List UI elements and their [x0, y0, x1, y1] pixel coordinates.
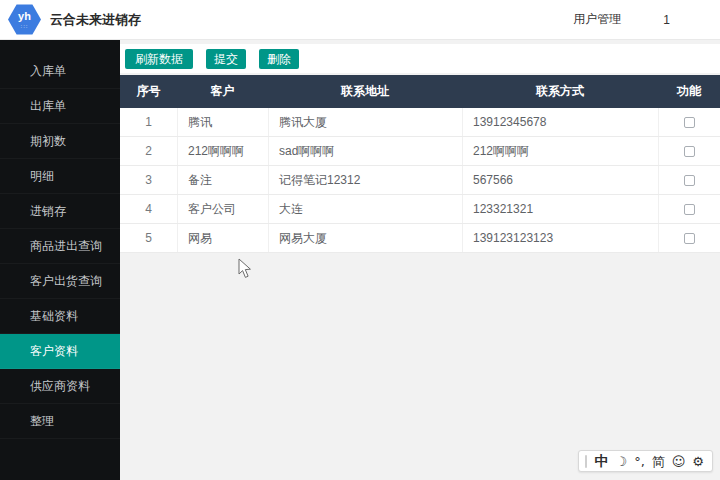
refresh-data-button[interactable]: 刷新数据: [125, 49, 193, 69]
cell-customer: 腾讯: [177, 108, 268, 136]
table-row: 5 网易 网易大厦 139123123123: [120, 224, 720, 253]
cell-index: 1: [120, 108, 177, 136]
cell-contact: 567566: [462, 166, 658, 194]
logo-dots: :::: [20, 23, 28, 29]
row-checkbox[interactable]: [684, 117, 695, 128]
cell-contact: 212啊啊啊: [462, 137, 658, 165]
column-header-address: 联系地址: [268, 75, 462, 108]
row-checkbox[interactable]: [684, 175, 695, 186]
row-checkbox[interactable]: [684, 233, 695, 244]
nav-current-user[interactable]: 1: [663, 13, 670, 27]
ime-simplified-mode[interactable]: 简: [652, 455, 665, 468]
table-row: 3 备注 记得笔记12312 567566: [120, 166, 720, 195]
cell-customer: 网易: [177, 224, 268, 252]
cell-address: sad啊啊啊: [268, 137, 462, 165]
sidebar-item-customer-data[interactable]: 客户资料: [0, 334, 120, 369]
sidebar-item-customer-shipment-query[interactable]: 客户出货查询: [0, 264, 120, 299]
cell-address: 网易大厦: [268, 224, 462, 252]
nav-user-management[interactable]: 用户管理: [573, 11, 621, 28]
ime-drag-handle[interactable]: [585, 455, 587, 468]
sidebar-item-inventory[interactable]: 进销存: [0, 194, 120, 229]
action-toolbar: 刷新数据 提交 删除: [120, 44, 720, 73]
cell-index: 5: [120, 224, 177, 252]
moon-icon[interactable]: ☽: [615, 455, 627, 468]
cell-address: 腾讯大厦: [268, 108, 462, 136]
column-header-customer: 客户: [177, 75, 268, 108]
column-header-index: 序号: [120, 75, 177, 108]
sidebar-item-organize[interactable]: 整理: [0, 404, 120, 439]
ime-chinese-mode[interactable]: 中: [594, 454, 608, 468]
sidebar-item-supplier-data[interactable]: 供应商资料: [0, 369, 120, 404]
cell-contact: 13912345678: [462, 108, 658, 136]
row-checkbox[interactable]: [684, 146, 695, 157]
row-checkbox[interactable]: [684, 204, 695, 215]
cell-customer: 客户公司: [177, 195, 268, 223]
cell-customer: 备注: [177, 166, 268, 194]
cell-contact: 123321321: [462, 195, 658, 223]
sidebar-item-inbound-order[interactable]: 入库单: [0, 54, 120, 89]
cell-function: [658, 137, 720, 165]
column-header-function: 功能: [658, 75, 720, 108]
submit-button[interactable]: 提交: [206, 49, 246, 69]
brand: yh ::: 云合未来进销存: [0, 4, 141, 36]
main-content: 刷新数据 提交 删除 序号 客户 联系地址 联系方式 功能 1 腾讯 腾讯大厦 …: [120, 40, 720, 480]
ime-toolbar: 中 ☽ °, 简 ☺ ⚙: [578, 450, 713, 472]
delete-button[interactable]: 删除: [259, 49, 299, 69]
cell-address: 记得笔记12312: [268, 166, 462, 194]
gear-icon[interactable]: ⚙: [692, 455, 704, 468]
cell-index: 3: [120, 166, 177, 194]
cell-index: 2: [120, 137, 177, 165]
sidebar-item-goods-io-query[interactable]: 商品进出查询: [0, 229, 120, 264]
table-row: 1 腾讯 腾讯大厦 13912345678: [120, 108, 720, 137]
cell-function: [658, 166, 720, 194]
topbar-right-nav: 用户管理 1: [573, 11, 720, 28]
sidebar-item-outbound-order[interactable]: 出库单: [0, 89, 120, 124]
smiley-icon[interactable]: ☺: [672, 455, 686, 468]
customer-table: 序号 客户 联系地址 联系方式 功能 1 腾讯 腾讯大厦 13912345678…: [120, 75, 720, 253]
table-row: 2 212啊啊啊 sad啊啊啊 212啊啊啊: [120, 137, 720, 166]
sidebar-item-details[interactable]: 明细: [0, 159, 120, 194]
cell-function: [658, 108, 720, 136]
app-window: yh ::: 云合未来进销存 用户管理 1 入库单 出库单 期初数 明细 进销存…: [0, 0, 720, 480]
cell-function: [658, 195, 720, 223]
sidebar-menu: 入库单 出库单 期初数 明细 进销存 商品进出查询 客户出货查询 基础资料 客户…: [0, 40, 120, 480]
cell-address: 大连: [268, 195, 462, 223]
cell-customer: 212啊啊啊: [177, 137, 268, 165]
cell-index: 4: [120, 195, 177, 223]
logo-text: yh: [18, 11, 31, 22]
table-row: 4 客户公司 大连 123321321: [120, 195, 720, 224]
cell-function: [658, 224, 720, 252]
cell-contact: 139123123123: [462, 224, 658, 252]
ime-punctuation-mode[interactable]: °,: [634, 455, 645, 468]
page-title: 云合未来进销存: [50, 11, 141, 29]
sidebar-item-opening-balance[interactable]: 期初数: [0, 124, 120, 159]
sidebar-item-basic-data[interactable]: 基础资料: [0, 299, 120, 334]
column-header-contact: 联系方式: [462, 75, 658, 108]
app-logo-icon: yh :::: [8, 4, 41, 36]
top-header: yh ::: 云合未来进销存 用户管理 1: [0, 0, 720, 40]
table-header-row: 序号 客户 联系地址 联系方式 功能: [120, 75, 720, 108]
